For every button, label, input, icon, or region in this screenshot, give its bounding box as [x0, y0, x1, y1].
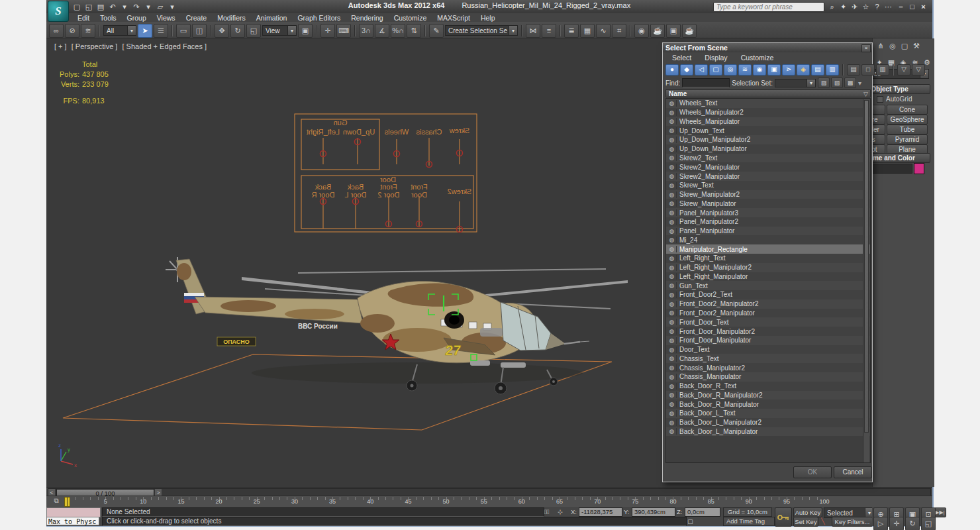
- rectangular-selection-region-icon[interactable]: ▭: [176, 24, 191, 38]
- close-button[interactable]: ×: [918, 2, 928, 11]
- percent-snap-icon[interactable]: %∩: [391, 24, 405, 38]
- display-hidden-objects-icon[interactable]: ▥: [826, 64, 839, 76]
- create-selection-set-icon[interactable]: ▨: [818, 78, 830, 88]
- maximize-viewport-toggle-icon[interactable]: ◱: [921, 517, 936, 530]
- scene-object-row[interactable]: ◍ Panel_Manipulator2: [666, 217, 870, 227]
- pyramid-button[interactable]: Pyramid: [887, 134, 928, 144]
- menu-item[interactable]: Customize: [389, 14, 432, 22]
- scene-object-row[interactable]: ◍ Wheels_Manipulator2: [666, 108, 870, 117]
- scene-object-row[interactable]: ◍ Back_Door_L_Manipulator2: [666, 418, 870, 427]
- reference-coordinate-dropdown[interactable]: View▾: [262, 25, 297, 36]
- column-filter-icon[interactable]: ▽: [863, 90, 868, 98]
- key-filters-button[interactable]: Key Filters...: [832, 517, 873, 527]
- menu-item[interactable]: Views: [152, 14, 180, 22]
- selection-lock-icon[interactable]: ⚿: [544, 508, 549, 516]
- scene-object-row[interactable]: ◍ Front_Door2_Manipulator: [666, 309, 870, 318]
- set-keys-button[interactable]: [775, 507, 792, 527]
- viewport-menu-view[interactable]: [ Perspective ]: [72, 42, 118, 50]
- display-containers-icon[interactable]: ◈: [797, 64, 810, 76]
- scene-object-row[interactable]: ◍ Back_Door_L_Text: [666, 409, 870, 418]
- viewport-menu-plus[interactable]: [ + ]: [54, 42, 67, 50]
- menu-item[interactable]: Graph Editors: [293, 14, 345, 22]
- maxscript-mini-listener-output[interactable]: [46, 507, 101, 517]
- dialog-menu-item[interactable]: Display: [699, 54, 732, 62]
- orbit-icon[interactable]: ↻: [905, 517, 920, 530]
- name-column-header[interactable]: Name ▽: [665, 89, 871, 97]
- scene-object-row[interactable]: ◍ Skrew_Manipulator2: [666, 190, 870, 199]
- use-pivot-point-center-icon[interactable]: ▣: [298, 24, 313, 38]
- current-frame-marker[interactable]: [64, 497, 70, 507]
- favorites-icon[interactable]: ☆: [861, 2, 871, 12]
- select-and-move-icon[interactable]: ✥: [215, 24, 229, 38]
- scene-object-row[interactable]: ◍ Panel_Manipulator3: [666, 208, 870, 217]
- filter-icon[interactable]: ▽: [897, 64, 910, 76]
- new-key-brush-icon[interactable]: ╲: [821, 517, 825, 525]
- absolute-mode-icon[interactable]: ⊹: [558, 508, 563, 515]
- object-color-swatch[interactable]: [914, 163, 924, 174]
- undo-dropdown-icon[interactable]: ▾: [119, 1, 130, 12]
- menu-item[interactable]: Create: [181, 14, 212, 22]
- list-scrollbar[interactable]: [863, 99, 869, 463]
- dialog-expand-icon[interactable]: ▾: [858, 80, 861, 87]
- geosphere-button[interactable]: GeoSphere: [887, 115, 928, 125]
- bind-to-space-warp-icon[interactable]: ≋: [81, 24, 95, 38]
- menu-item[interactable]: Animation: [252, 14, 292, 22]
- select-object-icon[interactable]: ➤: [138, 24, 152, 38]
- redo-icon[interactable]: ↷: [131, 1, 142, 12]
- restore-button[interactable]: □: [907, 2, 917, 11]
- project-folder-icon[interactable]: ▱: [155, 1, 166, 12]
- pan-icon[interactable]: ✛: [889, 517, 904, 530]
- display-xrefs-icon[interactable]: ▣: [767, 64, 781, 76]
- display-geometry-icon[interactable]: ●: [665, 64, 679, 76]
- select-by-name-icon[interactable]: ☰: [154, 24, 168, 38]
- communication-center-icon[interactable]: ✈: [850, 2, 859, 12]
- menu-item[interactable]: MAXScript: [432, 14, 475, 22]
- scene-object-row[interactable]: ◍ Back_Door_R_Manipulator2: [666, 391, 870, 400]
- undo-icon[interactable]: ↶: [107, 1, 118, 12]
- quick-access-customize-icon[interactable]: ▾: [167, 1, 177, 12]
- menu-item[interactable]: Group: [122, 14, 151, 22]
- hierarchy-tab-icon[interactable]: ⋔: [875, 40, 886, 51]
- snaps-toggle-icon[interactable]: 3∩: [359, 24, 373, 38]
- help-icon[interactable]: ?: [872, 2, 882, 12]
- material-editor-icon[interactable]: ◉: [634, 24, 649, 38]
- scene-object-row[interactable]: ◍ Front_Door2_Manipulator2: [666, 299, 870, 309]
- display-influences-icon[interactable]: □: [861, 64, 875, 76]
- maxscript-mini-listener-input[interactable]: Max to Physc: [46, 517, 99, 525]
- dialog-menu-item[interactable]: Customize: [736, 54, 779, 62]
- motion-tab-icon[interactable]: ◎: [887, 40, 898, 51]
- angle-snap-icon[interactable]: ∡: [375, 24, 389, 38]
- display-shapes-icon[interactable]: ◆: [680, 64, 693, 76]
- find-input[interactable]: [682, 78, 730, 87]
- graphite-ribbon-icon[interactable]: ▦: [580, 24, 595, 38]
- display-lights-icon[interactable]: ◁: [695, 64, 708, 76]
- mirror-icon[interactable]: ⋈: [526, 24, 540, 38]
- display-frozen-objects-icon[interactable]: ▤: [811, 64, 824, 76]
- scene-object-row[interactable]: ◍ Up_Down_Text: [666, 126, 870, 135]
- scene-object-row[interactable]: ◍ Door_Text: [666, 345, 870, 354]
- display-groups-icon[interactable]: ◉: [753, 64, 766, 76]
- scene-object-row[interactable]: ◍ Up_Down_Manipulator: [666, 144, 870, 154]
- selection-filter-dropdown[interactable]: All▾: [103, 25, 136, 36]
- track-bar[interactable]: ⧉ 51015202530354045505560657075808590951…: [46, 496, 932, 507]
- display-children-icon[interactable]: ▤: [847, 64, 860, 76]
- edit-named-selection-sets-icon[interactable]: ✎: [429, 24, 444, 38]
- scene-object-row[interactable]: ◍ Front_Door_Manipulator: [666, 336, 870, 345]
- menu-item[interactable]: Tools: [95, 14, 121, 22]
- dialog-close-icon[interactable]: ×: [861, 44, 871, 52]
- x-coordinate-field[interactable]: -11828,375: [579, 507, 622, 517]
- search-icon[interactable]: ⌕: [827, 2, 837, 12]
- display-dependents-icon[interactable]: ▥: [876, 64, 889, 76]
- keyboard-shortcut-override-icon[interactable]: ⌨: [336, 24, 351, 38]
- track-bar-mode-icon[interactable]: ⧉: [50, 497, 62, 505]
- cancel-button[interactable]: Cancel: [834, 466, 872, 478]
- scene-object-row[interactable]: ◍ Skrew2_Manipulator: [666, 162, 870, 172]
- spinner-snap-icon[interactable]: ⇅: [407, 24, 421, 38]
- scene-object-row[interactable]: ◍ Front_Door_Text: [666, 317, 870, 327]
- scene-object-list[interactable]: ◍ Wheels_Text ◍ Wheels_Manipulator2 ◍ Wh…: [665, 98, 871, 463]
- exchange-icon[interactable]: ⋯: [883, 2, 893, 12]
- save-file-icon[interactable]: ▤: [95, 1, 106, 12]
- layer-manager-icon[interactable]: ≣: [564, 24, 579, 38]
- application-menu-button[interactable]: S: [48, 1, 69, 22]
- filter-clear-icon[interactable]: ▽: [912, 64, 925, 76]
